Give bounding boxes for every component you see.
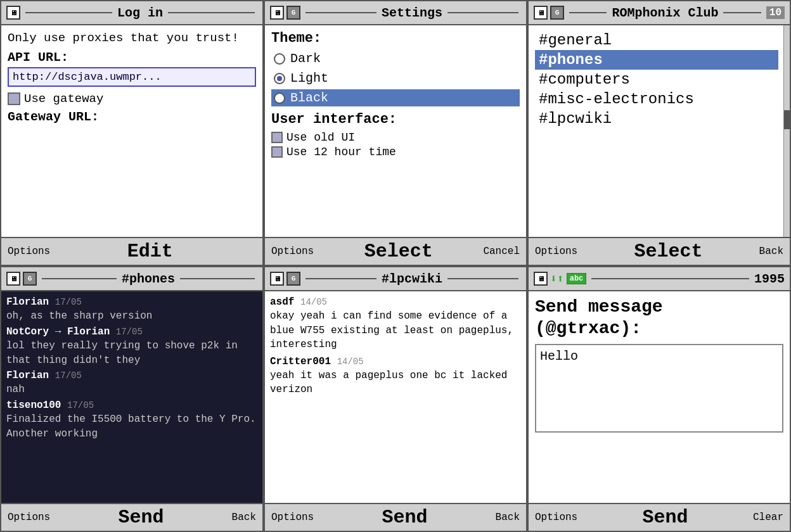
club-header: 🖥 G ROMphonix Club 10 [529,1,790,25]
theme-black-radio[interactable] [274,92,285,104]
lpcwiki-msg-2: Critter001 14/05 yeah it was a pageplus … [270,355,521,397]
settings-select-button[interactable]: Select [364,241,433,262]
send-message-content: Send message (@gtrxac): Hello [529,291,790,503]
club-scrollbar-thumb[interactable] [784,110,790,129]
phones-msg1-text: oh, as the sharp version [6,309,257,323]
phones-msg1-date: 17/05 [55,297,82,307]
settings-panel: 🖥 G Settings Theme: Dark Light Black Use… [264,0,527,266]
settings-title: Settings [382,6,442,20]
send-clear-button[interactable]: Clear [753,512,783,523]
lpcwiki-chat-icon1: 🖥 [270,272,284,286]
phones-msg-1: Florian 17/05 oh, as the sharp version [6,295,257,324]
old-ui-checkbox[interactable] [271,132,283,143]
send-send-button[interactable]: Send [643,507,688,528]
club-icon1: 🖥 [534,6,548,20]
club-scrollbar[interactable] [783,25,790,237]
channel-misc-electronics[interactable]: #misc-electronics [535,89,778,109]
lpcwiki-msg-1: asdf 14/05 okay yeah i can find some evi… [270,295,521,352]
login-footer: Options Edit [1,237,262,265]
send-message-title: Send message (@gtrxac): [535,296,783,339]
phones-msg-2: NotCory → Florian 17/05 lol they really … [6,325,257,367]
ui-section: User interface: Use old UI Use 12 hour t… [271,111,520,158]
send-year: 1995 [754,272,785,286]
send-title-text: Send message [535,297,663,317]
send-message-textarea[interactable]: Hello [535,344,783,433]
login-options-button[interactable]: Options [8,246,50,257]
settings-options-button[interactable]: Options [271,246,314,257]
phones-msg3-date: 17/05 [55,370,82,381]
send-recipient-text: (@gtrxac): [535,319,641,338]
settings-cancel-button[interactable]: Cancel [483,246,520,257]
channel-phones[interactable]: #phones [535,50,778,70]
theme-black-row[interactable]: Black [271,89,520,106]
api-url-input[interactable] [8,67,256,87]
lpcwiki-chat-footer: Options Send Back [265,503,526,531]
theme-light-label: Light [290,71,328,86]
phones-msg3-user: Florian [6,370,49,381]
login-icon: 🖥 [6,6,20,20]
send-message-footer: Options Send Clear [529,503,790,531]
use-gateway-checkbox[interactable] [8,92,20,105]
phones-chat-header: 🖥 G #phones [1,267,262,291]
channel-general[interactable]: #general [535,30,778,50]
lpcwiki-chat-content: asdf 14/05 okay yeah i can find some evi… [265,291,526,503]
use-gateway-row: Use gateway [8,92,256,106]
club-options-button[interactable]: Options [535,246,577,257]
send-message-header: 🖥 ⬇⬆ abc 1995 [529,267,790,291]
lpcwiki-send-button[interactable]: Send [382,507,427,528]
lpcwiki-msg2-text: yeah it was a pageplus one bc it lacked … [270,369,521,397]
channel-computers[interactable]: #computers [535,70,778,89]
theme-dark-label: Dark [290,51,321,66]
phones-msg2-user: NotCory → Florian [6,326,110,338]
phones-msg-3: Florian 17/05 nah [6,369,257,397]
lpcwiki-options-button[interactable]: Options [271,512,314,523]
lpcwiki-chat-title: #lpcwiki [382,272,442,286]
send-message-panel: 🖥 ⬇⬆ abc 1995 Send message (@gtrxac): He… [527,266,791,532]
club-footer: Options Select Back [529,237,790,265]
phones-msg2-date: 17/05 [116,327,143,337]
club-icon2: G [550,6,564,20]
lpcwiki-chat-icon2: G [286,272,300,286]
phones-chat-content: Florian 17/05 oh, as the sharp version N… [1,291,262,503]
phones-chat-title: #phones [122,272,175,286]
phones-chat-panel: 🖥 G #phones Florian 17/05 oh, as the sha… [0,266,264,532]
theme-dark-radio[interactable] [274,53,285,65]
phones-send-button[interactable]: Send [118,507,164,528]
send-options-button[interactable]: Options [535,512,577,523]
settings-icon2: G [286,6,300,20]
theme-light-radio[interactable] [274,73,285,84]
login-back-button [250,246,256,257]
club-back-button[interactable]: Back [759,246,783,257]
phones-msg2-text: lol they really trying to shove p2k in t… [6,339,257,367]
phones-msg1-user: Florian [6,296,49,308]
12hr-label: Use 12 hour time [286,146,396,158]
theme-dark-row[interactable]: Dark [271,50,520,67]
settings-header: 🖥 G Settings [265,1,526,25]
login-content: Only use proxies that you trust! API URL… [1,25,262,237]
channel-lpcwiki[interactable]: #lpcwiki [535,109,778,129]
old-ui-label: Use old UI [286,131,355,144]
12hr-checkbox[interactable] [271,146,283,158]
lpcwiki-msg1-date: 14/05 [300,297,327,307]
club-content: #general #phones #computers #misc-electr… [529,25,790,237]
lpcwiki-msg1-text: okay yeah i can find some evidence of a … [270,309,521,352]
send-icon1: 🖥 [534,272,548,286]
lpcwiki-chat-panel: 🖥 G #lpcwiki asdf 14/05 okay yeah i can … [264,266,527,532]
lpcwiki-back-button[interactable]: Back [496,512,520,523]
settings-content: Theme: Dark Light Black User interface: … [265,25,526,237]
login-panel: 🖥 Log in Only use proxies that you trust… [0,0,264,266]
use-gateway-label: Use gateway [24,92,103,106]
login-edit-button[interactable]: Edit [127,241,173,262]
login-title: Log in [117,6,163,20]
phones-options-button[interactable]: Options [8,512,50,523]
club-select-button[interactable]: Select [634,241,702,262]
club-panel: 🖥 G ROMphonix Club 10 #general #phones #… [527,0,791,266]
theme-light-row[interactable]: Light [271,70,520,87]
phones-msg3-text: nah [6,383,257,396]
login-header: 🖥 Log in [1,1,262,25]
club-title: ROMphonix Club [612,6,718,20]
lpcwiki-chat-header: 🖥 G #lpcwiki [265,267,526,291]
phones-back-button[interactable]: Back [232,512,256,523]
settings-footer: Options Select Cancel [265,237,526,265]
phones-msg4-date: 17/05 [67,400,94,410]
